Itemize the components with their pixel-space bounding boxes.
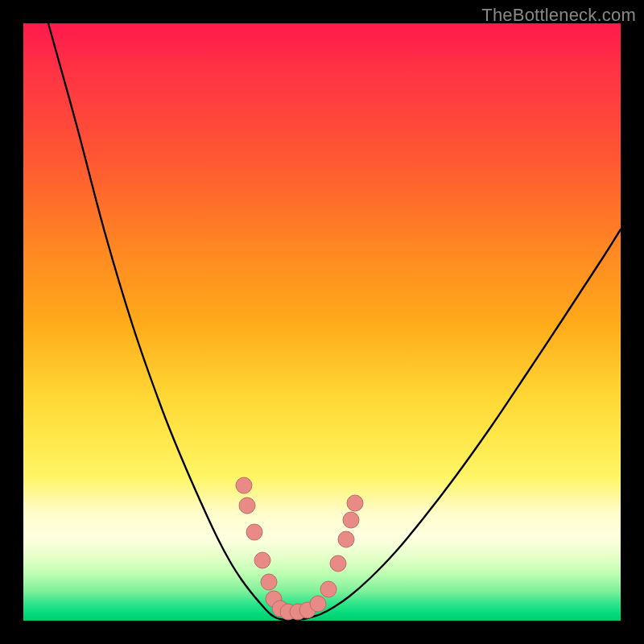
data-marker — [343, 512, 359, 528]
data-marker — [239, 497, 255, 514]
data-marker — [261, 574, 277, 590]
bottleneck-curve — [48, 23, 621, 621]
data-marker — [246, 524, 262, 540]
data-marker — [310, 596, 326, 612]
data-marker — [330, 555, 346, 572]
data-marker — [347, 495, 363, 511]
data-marker — [236, 477, 252, 493]
data-marker — [254, 552, 270, 568]
data-marker — [320, 581, 336, 597]
chart-svg — [0, 0, 644, 644]
data-marker — [338, 531, 354, 547]
